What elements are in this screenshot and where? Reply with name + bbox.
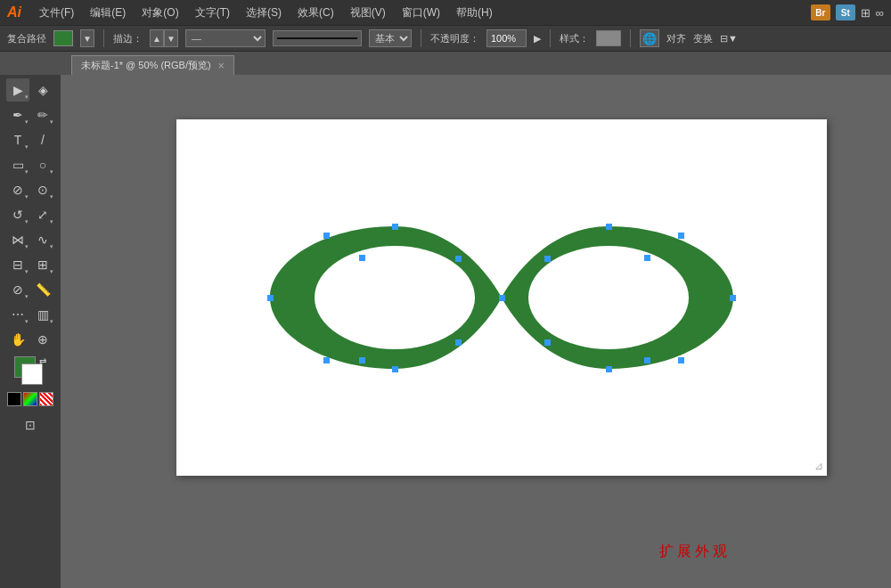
title-bar: Ai 文件(F) 编辑(E) 对象(O) 文字(T) 选择(S) 效果(C) 视…	[0, 0, 891, 25]
menu-select[interactable]: 选择(S)	[241, 4, 287, 22]
anchor-left	[267, 295, 274, 301]
artboard-tool[interactable]: ⊡	[19, 413, 42, 437]
stroke-type-select[interactable]: 基本	[369, 29, 412, 47]
hand-tool[interactable]: ✋	[6, 328, 29, 351]
anchor-right-tr	[678, 233, 684, 239]
warp-tool[interactable]: ∿▾	[31, 228, 54, 251]
measure-tool[interactable]: 📏	[31, 278, 54, 301]
menu-edit[interactable]: 编辑(E)	[85, 4, 131, 22]
swatch-pair: ⇄	[14, 356, 46, 388]
left-loop-cutout	[315, 246, 475, 349]
tool-row-8: ⊟▾ ⊞▾	[2, 253, 59, 276]
tool-row-5: ⊘▾ ⊙▾	[2, 178, 59, 201]
canvas-area[interactable]: ⊿ 扩展外观	[61, 75, 891, 588]
anchor-center	[499, 295, 505, 301]
bridge-icon[interactable]: Br	[811, 4, 830, 20]
tool-row-10: ⋯▾ ▥▾	[2, 303, 59, 326]
paintbrush-tool[interactable]: ⊘▾	[6, 178, 29, 201]
tool-row-11: ✋ ⊕	[2, 328, 59, 351]
bar-graph-tool[interactable]: ▥▾	[31, 303, 54, 326]
anchor-right	[730, 295, 736, 301]
ai-logo: Ai	[7, 4, 21, 20]
anchor-cross-br	[544, 339, 551, 346]
document-tab[interactable]: 未标题-1* @ 50% (RGB/预览) ×	[71, 55, 234, 75]
menu-file[interactable]: 文件(F)	[34, 4, 79, 22]
fill-dropdown[interactable]: ▼	[80, 29, 94, 47]
zoom-tool[interactable]: ⊕	[31, 328, 54, 351]
resize-handle[interactable]: ⊿	[814, 460, 823, 472]
tool-row-2: ✒▾ ✏▾	[2, 103, 59, 127]
fill-color-swatch[interactable]	[53, 30, 73, 46]
shape-builder-tool[interactable]: ⊞▾	[31, 253, 54, 276]
anchor-left-bl	[323, 357, 330, 363]
rotate-tool[interactable]: ↺▾	[6, 203, 29, 226]
transform-label: 变换	[693, 32, 713, 45]
background-swatch[interactable]	[21, 363, 43, 385]
line-tool[interactable]: /	[31, 128, 54, 151]
tool-row-4: ▭▾ ○▾	[2, 153, 59, 176]
divider1	[103, 29, 104, 47]
direct-selection-tool[interactable]: ◈	[31, 78, 54, 102]
tool-row-7: ⋈▾ ∿▾	[2, 228, 59, 251]
expand-text: 扩展外观	[659, 543, 731, 561]
style-preview[interactable]	[596, 30, 621, 46]
menu-help[interactable]: 帮助(H)	[451, 4, 498, 22]
color-swatch-area: ⇄	[2, 356, 59, 406]
main-area: ▶▾ ◈ ✒▾ ✏▾ T▾ / ▭▾ ○▾ ⊘▾ ⊙▾ ↺▾ ⤢▾ ⋈▾ ∿▾ …	[0, 75, 891, 588]
rect-tool[interactable]: ▭▾	[6, 153, 29, 176]
align-label: 对齐	[666, 32, 686, 45]
search-icon[interactable]: ∞	[876, 6, 884, 20]
transparency-input[interactable]	[486, 29, 527, 47]
anchor-left-top	[392, 224, 398, 230]
path-label: 复合路径	[7, 32, 46, 45]
options-bar: 复合路径 ▼ 描边： ▲ ▼ — 基本 不透明度： ▶ 样式： 🌐 对齐 变换 …	[0, 25, 891, 52]
stroke-down[interactable]: ▼	[164, 29, 178, 47]
transparency-label: 不透明度：	[430, 32, 479, 45]
style-label: 样式：	[560, 32, 589, 45]
menu-view[interactable]: 视图(V)	[345, 4, 391, 22]
stroke-select[interactable]: —	[185, 29, 266, 47]
menu-window[interactable]: 窗口(W)	[396, 4, 446, 22]
gradient-swatch[interactable]	[23, 392, 37, 406]
divider2	[421, 29, 421, 47]
tab-title: 未标题-1* @ 50% (RGB/预览)	[81, 59, 211, 72]
blob-brush-tool[interactable]: ⊙▾	[31, 178, 54, 201]
anchor-right-br	[678, 357, 684, 363]
scale-tool[interactable]: ⤢▾	[31, 203, 54, 226]
width-tool[interactable]: ⋈▾	[6, 228, 29, 251]
tab-close-btn[interactable]: ×	[218, 60, 225, 72]
anchor-cross-tr	[544, 256, 551, 262]
anchor-l2	[359, 255, 365, 261]
type-tool[interactable]: T▾	[6, 128, 29, 151]
pen-tool[interactable]: ✒▾	[6, 103, 29, 127]
align-to-btn[interactable]: 🌐	[640, 29, 659, 47]
menu-bar: 文件(F) 编辑(E) 对象(O) 文字(T) 选择(S) 效果(C) 视图(V…	[34, 4, 498, 22]
tool-row-3: T▾ /	[2, 128, 59, 151]
selection-tool[interactable]: ▶▾	[6, 78, 29, 102]
workspace-icon[interactable]: ⊞	[861, 6, 871, 20]
left-toolbar: ▶▾ ◈ ✒▾ ✏▾ T▾ / ▭▾ ○▾ ⊘▾ ⊙▾ ↺▾ ⤢▾ ⋈▾ ∿▾ …	[0, 75, 61, 588]
stock-icon[interactable]: St	[836, 4, 855, 20]
tool-row-1: ▶▾ ◈	[2, 78, 59, 102]
menu-text[interactable]: 文字(T)	[190, 4, 235, 22]
free-transform-tool[interactable]: ⊟▾	[6, 253, 29, 276]
menu-object[interactable]: 对象(O)	[136, 4, 184, 22]
ellipse-tool[interactable]: ○▾	[31, 153, 54, 176]
none-swatch[interactable]	[39, 392, 53, 406]
blend-tool[interactable]: ⋯▾	[6, 303, 29, 326]
anchor-r3	[644, 357, 650, 363]
black-swatch[interactable]	[7, 392, 21, 406]
transform-more[interactable]: ⊟▼	[720, 33, 738, 45]
eyedropper-tool[interactable]: ⊘▾	[6, 278, 29, 301]
top-right-icons: Br St ⊞ ∞	[811, 4, 884, 20]
infinity-symbol[interactable]	[234, 173, 769, 422]
anchor-l3	[359, 357, 365, 363]
anchor-right-bottom	[606, 366, 612, 372]
swap-colors-icon[interactable]: ⇄	[39, 356, 46, 366]
tab-bar: 未标题-1* @ 50% (RGB/预览) ×	[0, 52, 891, 75]
white-canvas: ⊿	[176, 119, 827, 476]
menu-effect[interactable]: 效果(C)	[292, 4, 339, 22]
small-swatches	[7, 392, 53, 406]
pencil-tool[interactable]: ✏▾	[31, 103, 54, 127]
stroke-up[interactable]: ▲	[150, 29, 164, 47]
